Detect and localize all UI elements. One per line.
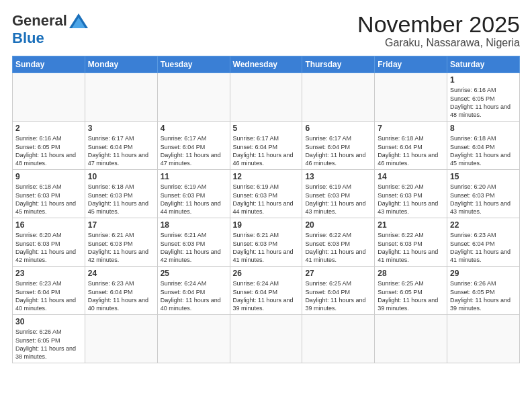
subtitle: Garaku, Nassarawa, Nigeria [357,37,520,49]
day-number: 3 [88,124,154,133]
day-info: Sunrise: 6:23 AM Sunset: 6:04 PM Dayligh… [88,279,154,312]
day-info: Sunrise: 6:26 AM Sunset: 6:05 PM Dayligh… [15,328,82,361]
day-number: 27 [305,269,371,278]
day-number: 26 [233,269,300,278]
day-info: Sunrise: 6:23 AM Sunset: 6:04 PM Dayligh… [15,279,82,312]
day-info: Sunrise: 6:19 AM Sunset: 6:03 PM Dayligh… [305,183,371,216]
table-row: 17Sunrise: 6:21 AM Sunset: 6:03 PM Dayli… [85,218,157,267]
table-row: 14Sunrise: 6:20 AM Sunset: 6:03 PM Dayli… [375,170,447,218]
col-sunday: Sunday [13,56,85,73]
table-row [447,315,520,363]
table-row: 9Sunrise: 6:18 AM Sunset: 6:03 PM Daylig… [13,170,85,218]
day-number: 12 [233,172,300,181]
day-number: 9 [15,172,82,181]
day-info: Sunrise: 6:16 AM Sunset: 6:05 PM Dayligh… [15,134,82,167]
table-row: 19Sunrise: 6:21 AM Sunset: 6:03 PM Dayli… [230,218,302,267]
table-row: 3Sunrise: 6:17 AM Sunset: 6:04 PM Daylig… [85,122,157,170]
day-info: Sunrise: 6:25 AM Sunset: 6:04 PM Dayligh… [305,279,371,312]
table-row: 21Sunrise: 6:22 AM Sunset: 6:03 PM Dayli… [375,218,447,267]
day-info: Sunrise: 6:23 AM Sunset: 6:04 PM Dayligh… [450,231,517,264]
table-row: 23Sunrise: 6:23 AM Sunset: 6:04 PM Dayli… [13,267,85,315]
day-number: 21 [378,220,444,230]
day-info: Sunrise: 6:18 AM Sunset: 6:03 PM Dayligh… [15,183,82,216]
table-row: 12Sunrise: 6:19 AM Sunset: 6:03 PM Dayli… [230,170,302,218]
table-row: 28Sunrise: 6:25 AM Sunset: 6:05 PM Dayli… [375,267,447,315]
day-number: 14 [378,172,444,181]
table-row [85,315,157,363]
day-info: Sunrise: 6:18 AM Sunset: 6:03 PM Dayligh… [88,183,154,216]
day-number: 17 [88,220,154,230]
table-row: 24Sunrise: 6:23 AM Sunset: 6:04 PM Dayli… [85,267,157,315]
col-wednesday: Wednesday [230,56,302,73]
table-row [375,73,447,122]
table-row: 22Sunrise: 6:23 AM Sunset: 6:04 PM Dayli… [447,218,520,267]
day-number: 16 [15,220,82,230]
day-info: Sunrise: 6:17 AM Sunset: 6:04 PM Dayligh… [305,134,371,167]
table-row: 30Sunrise: 6:26 AM Sunset: 6:05 PM Dayli… [13,315,85,363]
table-row: 29Sunrise: 6:26 AM Sunset: 6:05 PM Dayli… [447,267,520,315]
day-number: 19 [233,220,300,230]
day-info: Sunrise: 6:20 AM Sunset: 6:03 PM Dayligh… [15,231,82,264]
table-row: 26Sunrise: 6:24 AM Sunset: 6:04 PM Dayli… [230,267,302,315]
day-number: 8 [450,124,517,133]
day-info: Sunrise: 6:21 AM Sunset: 6:03 PM Dayligh… [88,231,154,264]
col-monday: Monday [85,56,157,73]
day-info: Sunrise: 6:21 AM Sunset: 6:03 PM Dayligh… [161,231,227,264]
day-info: Sunrise: 6:22 AM Sunset: 6:03 PM Dayligh… [378,231,444,264]
day-number: 28 [378,269,444,278]
day-number: 15 [450,172,517,181]
day-number: 1 [450,75,517,85]
day-info: Sunrise: 6:18 AM Sunset: 6:04 PM Dayligh… [378,134,444,167]
table-row [157,73,230,122]
day-info: Sunrise: 6:19 AM Sunset: 6:03 PM Dayligh… [233,183,300,216]
table-row [85,73,157,122]
day-info: Sunrise: 6:26 AM Sunset: 6:05 PM Dayligh… [450,279,517,312]
table-row [13,73,85,122]
table-row: 4Sunrise: 6:17 AM Sunset: 6:04 PM Daylig… [157,122,230,170]
table-row [302,73,375,122]
day-info: Sunrise: 6:17 AM Sunset: 6:04 PM Dayligh… [88,134,154,167]
col-friday: Friday [375,56,447,73]
day-number: 23 [15,269,82,278]
title-block: November 2025 Garaku, Nassarawa, Nigeria [357,12,520,49]
day-number: 4 [161,124,227,133]
day-info: Sunrise: 6:17 AM Sunset: 6:04 PM Dayligh… [161,134,227,167]
table-row: 2Sunrise: 6:16 AM Sunset: 6:05 PM Daylig… [13,122,85,170]
table-row [375,315,447,363]
table-row [230,73,302,122]
day-number: 24 [88,269,154,278]
day-info: Sunrise: 6:21 AM Sunset: 6:03 PM Dayligh… [233,231,300,264]
day-info: Sunrise: 6:20 AM Sunset: 6:03 PM Dayligh… [378,183,444,216]
table-row: 27Sunrise: 6:25 AM Sunset: 6:04 PM Dayli… [302,267,375,315]
day-number: 11 [161,172,227,181]
day-number: 6 [305,124,371,133]
logo-general-text: General [12,12,67,30]
day-number: 25 [161,269,227,278]
table-row: 6Sunrise: 6:17 AM Sunset: 6:04 PM Daylig… [302,122,375,170]
table-row: 10Sunrise: 6:18 AM Sunset: 6:03 PM Dayli… [85,170,157,218]
calendar: Sunday Monday Tuesday Wednesday Thursday… [12,56,520,363]
day-number: 2 [15,124,82,133]
header: General Blue November 2025 Garaku, Nassa… [12,12,520,49]
calendar-header-row: Sunday Monday Tuesday Wednesday Thursday… [13,56,520,73]
page: General Blue November 2025 Garaku, Nassa… [0,0,532,411]
day-number: 10 [88,172,154,181]
day-number: 29 [450,269,517,278]
day-number: 20 [305,220,371,230]
day-info: Sunrise: 6:25 AM Sunset: 6:05 PM Dayligh… [378,279,444,312]
day-number: 13 [305,172,371,181]
day-info: Sunrise: 6:22 AM Sunset: 6:03 PM Dayligh… [305,231,371,264]
table-row: 5Sunrise: 6:17 AM Sunset: 6:04 PM Daylig… [230,122,302,170]
table-row [230,315,302,363]
day-number: 22 [450,220,517,230]
day-info: Sunrise: 6:16 AM Sunset: 6:05 PM Dayligh… [450,86,517,119]
col-thursday: Thursday [302,56,375,73]
logo-blue-text: Blue [12,30,44,47]
logo: General Blue [12,12,88,47]
col-tuesday: Tuesday [157,56,230,73]
table-row: 15Sunrise: 6:20 AM Sunset: 6:03 PM Dayli… [447,170,520,218]
table-row: 13Sunrise: 6:19 AM Sunset: 6:03 PM Dayli… [302,170,375,218]
table-row: 18Sunrise: 6:21 AM Sunset: 6:03 PM Dayli… [157,218,230,267]
table-row [302,315,375,363]
table-row: 20Sunrise: 6:22 AM Sunset: 6:03 PM Dayli… [302,218,375,267]
